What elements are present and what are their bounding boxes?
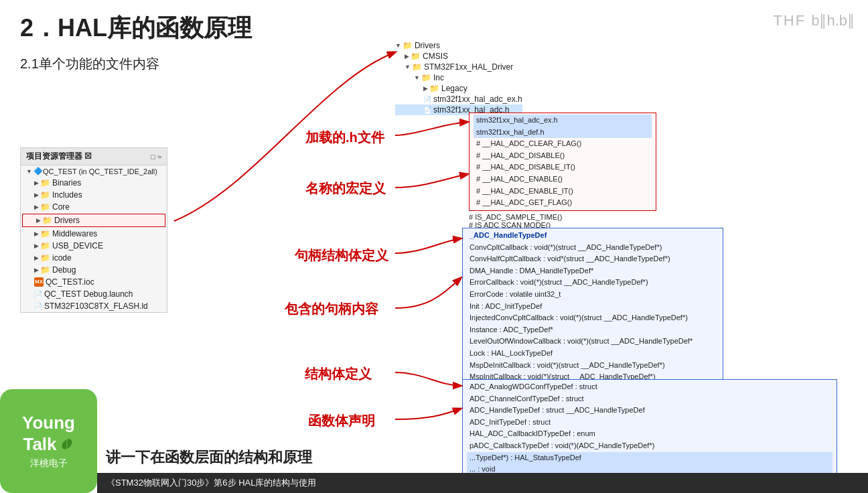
panel-icons: □ ≈ (151, 153, 161, 161)
ann-macro: 名称的宏定义 (305, 180, 386, 198)
bottom-line-2: ADC_ChannelConfTypeDef : struct (467, 393, 833, 405)
bottom-logo: Young Talk 洋桃电子 (0, 389, 97, 493)
tree-includes[interactable]: ▶ 📁 Includes (21, 189, 167, 201)
logo-sub: 洋桃电子 (30, 457, 68, 470)
logo-young: Young (22, 413, 75, 433)
struct-header: _ADC_HandleTypeDef (467, 230, 719, 242)
tree-drivers-label: Drivers (54, 216, 80, 225)
rt-legacy-label: Legacy (441, 84, 467, 93)
tree-ld[interactable]: 📄 STM32F103C8TX_FLASH.ld (21, 300, 167, 312)
rt-cmsis[interactable]: ▶ 📁 CMSIS (395, 51, 522, 62)
rt-legacy[interactable]: ▶ 📁 Legacy (395, 83, 522, 94)
tree-middlewares[interactable]: ▶ 📁 Middlewares (21, 228, 167, 240)
main-title: 2．HAL库的函数原理 (20, 12, 252, 45)
bottom-line-3: ADC_HandleTypeDef : struct __ADC_HandleT… (467, 405, 833, 417)
struct-line-11: MspDeInitCallback : void(*)(struct __ADC… (467, 360, 719, 372)
tree-project-label: QC_TEST (in QC_TEST_IDE_2all) (43, 167, 157, 175)
ann-h-file: 加载的.h文件 (305, 129, 384, 147)
struct-line-2: ConvHalfCpltCallback : void*(struct __AD… (467, 253, 719, 265)
logo-top-text: THF (773, 12, 806, 29)
rt-inc-label: Inc (433, 73, 444, 82)
tree-ld-label: STM32F103C8TX_FLASH.ld (44, 301, 148, 311)
rt-drivers[interactable]: ▼ 📁 Drivers (395, 40, 522, 51)
struct-line-8: Instance : ADC_TypeDef* (467, 324, 719, 336)
tree-ioc-label: QC_TEST.ioc (46, 277, 94, 287)
struct-line-1: ConvCpltCallback : void(*)(struct __ADC_… (467, 242, 719, 254)
ann-struct-def: 句柄结构体定义 (295, 246, 388, 265)
struct-line-9: LevelOutOfWindowCallback : void(*)(struc… (467, 336, 719, 348)
code-line-h7: # __HAL_ADC_ENABLE_IT() (474, 186, 652, 198)
panel-header: 项目资源管理器 ☒ □ ≈ (21, 148, 167, 165)
struct-line-4: ErrorCallback : void(*)(struct __ADC_Han… (467, 277, 719, 289)
logo-leaf-icon (60, 437, 74, 451)
rt-hal-driver[interactable]: ▼ 📁 STM32F1xx_HAL_Driver (395, 62, 522, 72)
rt-hal-adc-ex-label: stm32f1xx_hal_adc_ex.h (433, 94, 522, 104)
sub-title: 2.1单个功能的文件内容 (20, 55, 159, 73)
tree-includes-label: Includes (52, 190, 82, 200)
code-line-h3: # __HAL_ADC_CLEAR_FLAG() (474, 138, 652, 150)
tree-ioc[interactable]: MX QC_TEST.ioc (21, 276, 167, 288)
tree-project[interactable]: ▼ 🔷 QC_TEST (in QC_TEST_IDE_2all) (21, 165, 167, 177)
logo-talk: Talk (23, 434, 74, 455)
tree-debug-label: Debug (52, 265, 76, 275)
bottom-line-6: pADC_CallbackTypeDef : void(*)(ADC_Handl… (467, 440, 833, 452)
bottom-line-4: ADC_InitTypeDef : struct (467, 417, 833, 429)
struct-line-7: InjectedConvCpltCallback : void(*)(struc… (467, 312, 719, 324)
right-file-tree: ▼ 📁 Drivers ▶ 📁 CMSIS ▼ 📁 STM32F1xx_HAL_… (395, 40, 522, 115)
bottom-line-5: HAL_ADC_CallbackIDTypeDef : enum (467, 428, 833, 440)
struct-line-3: DMA_Handle : DMA_HandleTypeDef* (467, 265, 719, 277)
rt-hal-adc-ex[interactable]: 📄 stm32f1xx_hal_adc_ex.h (395, 94, 522, 104)
rt-drivers-label: Drivers (415, 41, 440, 50)
tree-launch[interactable]: 📄 QC_TEST Debug.launch (21, 288, 167, 300)
extra-lines: # IS_ADC_SAMPLE_TIME() # IS ADC SCAN MOD… (469, 213, 562, 229)
tree-icode-label: icode (52, 253, 72, 263)
tree-binaries[interactable]: ▶ 📁 Binaries (21, 177, 167, 189)
struct-line-5: ErrorCode : volatile uint32_t (467, 289, 719, 301)
tree-core-label: Core (52, 202, 70, 212)
rt-inc[interactable]: ▼ 📁 Inc (395, 72, 522, 83)
code-box-struct: _ADC_HandleTypeDef ConvCpltCallback : vo… (462, 228, 723, 397)
struct-line-6: Init : ADC_InitTypeDef (467, 301, 719, 313)
code-line-h8: # __HAL_ADC_GET_FLAG() (474, 197, 652, 209)
bottom-bar: 《STM32物联网入门30步》第6步 HAL库的结构与使用 (97, 473, 868, 493)
tree-launch-label: QC_TEST Debug.launch (44, 289, 133, 299)
project-panel: 项目资源管理器 ☒ □ ≈ ▼ 🔷 QC_TEST (in QC_TEST_ID… (20, 147, 167, 313)
code-line-h6: # __HAL_ADC_ENABLE() (474, 173, 652, 186)
ann-type-def: 结构体定义 (305, 365, 372, 383)
tree-usb-label: USB_DEVICE (52, 241, 103, 251)
code-line-h1: stm32f1xx_hal_adc_ex.h (474, 115, 652, 127)
logo-top-right: THF b∥h.b∥ (773, 12, 855, 29)
bottom-line-1: ADC_AnalogWDGConfTypeDef : struct (467, 381, 833, 393)
tree-binaries-label: Binaries (52, 178, 81, 188)
tree-debug[interactable]: ▶ 📁 Debug (21, 264, 167, 276)
tree-drivers[interactable]: ▶ 📁 Drivers (22, 214, 165, 227)
tree-usb-device[interactable]: ▶ 📁 USB_DEVICE (21, 240, 167, 252)
ann-struct-content: 包含的句柄内容 (285, 300, 378, 318)
code-box-h-files: stm32f1xx_hal_adc_ex.h stm32f1xx_hal_def… (469, 113, 656, 211)
tree-core[interactable]: ▶ 📁 Core (21, 201, 167, 213)
tree-icode[interactable]: ▶ 📁 icode (21, 252, 167, 264)
tree-middlewares-label: Middlewares (52, 229, 97, 238)
bottom-caption: 讲一下在函数层面的结构和原理 (106, 447, 312, 468)
rt-cmsis-label: CMSIS (423, 52, 448, 61)
rt-hal-driver-label: STM32F1xx_HAL_Driver (424, 62, 513, 72)
code-line-h4: # __HAL_ADC_DISABLE() (474, 150, 652, 162)
bottom-line-7: ...TypeDef*) : HAL_StatusTypeDef (467, 452, 833, 464)
bottom-bar-text: 《STM32物联网入门30步》第6步 HAL库的结构与使用 (106, 477, 317, 489)
ann-func-decl: 函数体声明 (308, 412, 375, 430)
logo-bar-icon: b∥h.b∥ (811, 12, 855, 29)
code-line-h5: # __HAL_ADC_DISABLE_IT() (474, 161, 652, 173)
code-line-h2: stm32f1xx_hal_def.h (474, 127, 652, 139)
panel-title: 项目资源管理器 ☒ (26, 151, 92, 162)
struct-line-10: Lock : HAL_LockTypeDef (467, 348, 719, 360)
